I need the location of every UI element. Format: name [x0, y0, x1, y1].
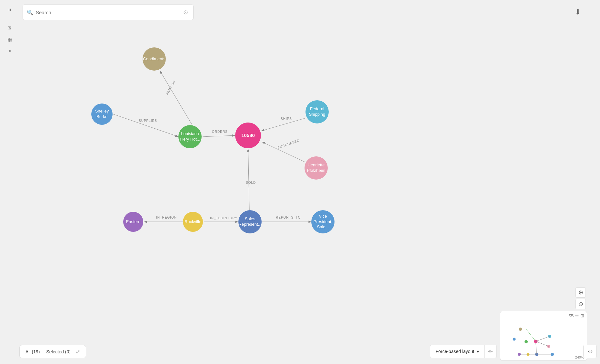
edge-label-part-of: PART OF	[165, 80, 176, 95]
zoom-out-button[interactable]: ⊖	[575, 299, 586, 309]
edge-label-supplies: SUPPLIES	[139, 119, 157, 123]
zoom-in-button[interactable]: ⊕	[575, 287, 586, 298]
zoom-controls: ⊕ ⊖	[575, 287, 586, 309]
layout-edit-button[interactable]: ✏	[485, 345, 497, 358]
search-submit-button[interactable]: ⊙	[182, 9, 189, 16]
mini-map-edges	[500, 320, 587, 361]
hamburger-icon[interactable]: ⠿	[5, 5, 15, 15]
svg-line-5	[536, 343, 537, 354]
node-condiments[interactable]: Condiments	[143, 47, 166, 71]
edge-label-ships: SHIPS	[281, 117, 292, 121]
mini-map-list-button[interactable]: ☰	[575, 313, 579, 318]
graph-edges: PART OF SUPPLIES ORDERS SHIPS PURCHASED …	[0, 0, 600, 364]
mini-map-icon-button[interactable]: 🗺	[569, 313, 574, 318]
edge-label-purchased: PURCHASED	[277, 138, 300, 150]
node-vice-pres[interactable]: Vice President, Sale...	[311, 210, 335, 233]
download-button[interactable]: ⬇	[575, 8, 581, 16]
zoom-percentage: 249%	[575, 355, 584, 359]
search-input[interactable]	[36, 10, 182, 15]
layout-label: Force-based layout	[435, 349, 474, 354]
layout-selector: Force-based layout ▾ ✏	[430, 345, 497, 358]
layout-icon[interactable]: ✦	[5, 46, 15, 56]
expand-button[interactable]: ⤢	[76, 349, 80, 355]
edge-label-in-territory: IN_TERRITORY	[210, 216, 237, 220]
search-icon: 🔍	[27, 9, 33, 15]
all-count-label: All (19)	[25, 349, 40, 354]
node-shelley[interactable]: Shelley Burke	[91, 103, 113, 125]
edge-sold	[248, 149, 249, 210]
edge-label-in-region: IN_REGION	[156, 216, 177, 219]
expand-graph-button[interactable]: ⇔	[583, 345, 597, 358]
node-louisiana[interactable]: Louisiana Fiery Hot...	[178, 125, 202, 148]
edge-part-of	[160, 71, 192, 125]
edge-label-reports-to: REPORTS_TO	[276, 216, 301, 219]
edge-label-sold: SOLD	[246, 181, 256, 184]
top-bar: 🔍 ⊙ ⬇	[23, 5, 581, 20]
mini-map-panel: 🗺 ☰ ⊞ 249%	[500, 311, 587, 361]
filter-icon[interactable]: ⧖	[5, 23, 15, 33]
node-rockville[interactable]: Rockville	[183, 212, 203, 232]
selected-count-label: Selected (0)	[46, 349, 70, 354]
left-toolbar: ⠿ ⧖ ▦ ✦	[5, 5, 15, 56]
edge-ships	[261, 118, 306, 131]
edge-orders	[203, 135, 235, 137]
svg-line-2	[526, 329, 535, 341]
edge-supplies	[113, 114, 178, 137]
mini-map-canvas	[500, 320, 587, 361]
node-sales-rep[interactable]: Sales Represent...	[238, 210, 262, 233]
chevron-down-icon: ▾	[477, 349, 479, 354]
search-box[interactable]: 🔍 ⊙	[23, 5, 194, 20]
svg-line-3	[536, 336, 550, 341]
node-federal-shipping[interactable]: Federal Shipping	[305, 100, 329, 123]
svg-line-4	[536, 341, 549, 346]
node-henriette[interactable]: Henriette Pfalzheim	[305, 156, 328, 180]
edge-purchased	[262, 142, 305, 162]
layout-dropdown[interactable]: Force-based layout ▾	[430, 345, 485, 358]
node-10580[interactable]: 10580	[235, 123, 261, 148]
mini-map-grid-button[interactable]: ⊞	[580, 313, 584, 318]
edge-label-orders: ORDERS	[212, 130, 228, 133]
node-eastern[interactable]: Eastern	[123, 212, 143, 232]
chart-icon[interactable]: ▦	[5, 34, 15, 44]
bottom-bar: All (19) Selected (0) ⤢	[19, 345, 86, 358]
